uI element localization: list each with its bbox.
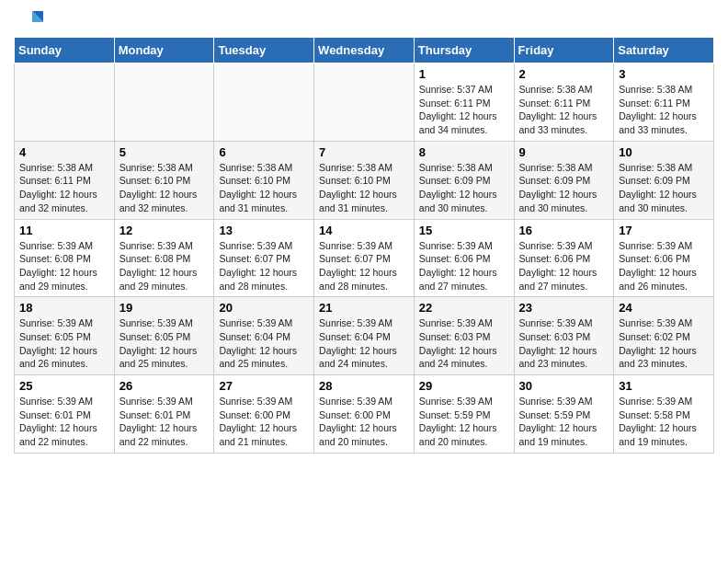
day-number: 21 <box>319 301 409 315</box>
day-number: 17 <box>619 224 709 237</box>
cell-content-line: Sunset: 6:07 PM <box>219 252 309 266</box>
calendar-cell: 2Sunrise: 5:38 AMSunset: 6:11 PMDaylight… <box>514 63 614 142</box>
header-wednesday: Wednesday <box>314 38 415 63</box>
calendar-cell: 18Sunrise: 5:39 AMSunset: 6:05 PMDayligh… <box>15 297 115 375</box>
cell-content-line: Sunset: 6:06 PM <box>619 252 709 266</box>
calendar-body: 1Sunrise: 5:37 AMSunset: 6:11 PMDaylight… <box>15 63 714 454</box>
header-tuesday: Tuesday <box>214 38 314 63</box>
cell-content-line: Daylight: 12 hours <box>419 188 509 201</box>
calendar-cell: 1Sunrise: 5:37 AMSunset: 6:11 PMDaylight… <box>414 63 514 142</box>
cell-content-line: Sunrise: 5:39 AM <box>319 239 409 253</box>
calendar-table: SundayMondayTuesdayWednesdayThursdayFrid… <box>14 37 714 454</box>
cell-content-line: and 25 minutes. <box>219 357 309 371</box>
header <box>14 9 714 29</box>
day-number: 31 <box>619 379 709 393</box>
cell-content-line: Sunrise: 5:39 AM <box>419 395 509 408</box>
calendar-cell: 3Sunrise: 5:38 AMSunset: 6:11 PMDaylight… <box>614 63 714 142</box>
cell-content-line: and 21 minutes. <box>219 435 309 449</box>
cell-content-line: and 19 minutes. <box>619 435 709 449</box>
cell-content-line: Daylight: 12 hours <box>219 344 309 358</box>
cell-content-line: Daylight: 12 hours <box>519 266 609 280</box>
cell-content-line: and 29 minutes. <box>19 280 109 293</box>
cell-content-line: and 19 minutes. <box>519 435 609 449</box>
calendar-cell: 31Sunrise: 5:39 AMSunset: 5:58 PMDayligh… <box>614 375 714 454</box>
day-number: 13 <box>219 224 309 237</box>
week-row-3: 11Sunrise: 5:39 AMSunset: 6:08 PMDayligh… <box>15 219 714 297</box>
cell-content-line: Sunset: 6:06 PM <box>519 252 609 266</box>
cell-content-line: Sunrise: 5:39 AM <box>119 395 210 408</box>
cell-content-line: Sunrise: 5:38 AM <box>19 161 109 175</box>
cell-content-line: Sunset: 6:10 PM <box>219 174 309 188</box>
header-saturday: Saturday <box>614 38 714 63</box>
calendar-cell: 29Sunrise: 5:39 AMSunset: 5:59 PMDayligh… <box>414 375 514 454</box>
cell-content-line: and 23 minutes. <box>619 357 709 371</box>
cell-content-line: Sunset: 6:11 PM <box>19 174 109 188</box>
calendar-cell: 21Sunrise: 5:39 AMSunset: 6:04 PMDayligh… <box>314 297 415 375</box>
calendar-cell: 15Sunrise: 5:39 AMSunset: 6:06 PMDayligh… <box>414 219 514 297</box>
day-number: 16 <box>519 224 609 237</box>
calendar-cell: 12Sunrise: 5:39 AMSunset: 6:08 PMDayligh… <box>114 219 214 297</box>
calendar-cell <box>15 63 115 142</box>
cell-content-line: Sunset: 6:09 PM <box>419 174 509 188</box>
cell-content-line: and 32 minutes. <box>19 201 109 215</box>
cell-content-line: and 24 minutes. <box>419 357 509 371</box>
cell-content-line: and 20 minutes. <box>419 435 509 449</box>
cell-content-line: and 22 minutes. <box>119 435 210 449</box>
cell-content-line: Sunrise: 5:39 AM <box>319 316 409 330</box>
cell-content-line: Daylight: 12 hours <box>419 109 509 123</box>
cell-content-line: and 34 minutes. <box>419 123 509 137</box>
day-number: 12 <box>119 224 210 237</box>
header-row: SundayMondayTuesdayWednesdayThursdayFrid… <box>15 38 714 63</box>
calendar-cell: 26Sunrise: 5:39 AMSunset: 6:01 PMDayligh… <box>114 375 214 454</box>
cell-content-line: Daylight: 12 hours <box>319 421 409 435</box>
header-thursday: Thursday <box>414 38 514 63</box>
week-row-5: 25Sunrise: 5:39 AMSunset: 6:01 PMDayligh… <box>15 375 714 454</box>
week-row-2: 4Sunrise: 5:38 AMSunset: 6:11 PMDaylight… <box>15 141 714 219</box>
cell-content-line: Daylight: 12 hours <box>219 421 309 435</box>
day-number: 7 <box>319 145 409 159</box>
cell-content-line: and 25 minutes. <box>119 357 210 371</box>
day-number: 27 <box>219 379 309 393</box>
calendar-cell: 14Sunrise: 5:39 AMSunset: 6:07 PMDayligh… <box>314 219 415 297</box>
calendar-cell: 8Sunrise: 5:38 AMSunset: 6:09 PMDaylight… <box>414 141 514 219</box>
header-friday: Friday <box>514 38 614 63</box>
cell-content-line: and 24 minutes. <box>319 357 409 371</box>
calendar-cell: 23Sunrise: 5:39 AMSunset: 6:03 PMDayligh… <box>514 297 614 375</box>
day-number: 29 <box>419 379 509 393</box>
cell-content-line: Sunset: 5:58 PM <box>619 408 709 422</box>
calendar-cell: 20Sunrise: 5:39 AMSunset: 6:04 PMDayligh… <box>214 297 314 375</box>
cell-content-line: Sunset: 5:59 PM <box>519 408 609 422</box>
cell-content-line: and 32 minutes. <box>119 201 210 215</box>
cell-content-line: Daylight: 12 hours <box>519 421 609 435</box>
cell-content-line: Daylight: 12 hours <box>619 344 709 358</box>
calendar-cell <box>314 63 415 142</box>
cell-content-line: Sunrise: 5:39 AM <box>619 239 709 253</box>
header-monday: Monday <box>114 38 214 63</box>
day-number: 25 <box>19 379 109 393</box>
day-number: 18 <box>19 301 109 315</box>
cell-content-line: Daylight: 12 hours <box>619 109 709 123</box>
day-number: 8 <box>419 145 509 159</box>
cell-content-line: Daylight: 12 hours <box>519 109 609 123</box>
cell-content-line: Sunset: 6:05 PM <box>119 330 210 344</box>
cell-content-line: and 27 minutes. <box>519 280 609 293</box>
cell-content-line: Sunrise: 5:38 AM <box>219 161 309 175</box>
cell-content-line: and 31 minutes. <box>319 201 409 215</box>
calendar-cell: 17Sunrise: 5:39 AMSunset: 6:06 PMDayligh… <box>614 219 714 297</box>
cell-content-line: and 26 minutes. <box>19 357 109 371</box>
cell-content-line: Sunset: 6:02 PM <box>619 330 709 344</box>
cell-content-line: Sunrise: 5:39 AM <box>119 316 210 330</box>
logo <box>14 9 47 29</box>
cell-content-line: and 28 minutes. <box>319 280 409 293</box>
cell-content-line: Sunset: 6:11 PM <box>419 97 509 110</box>
cell-content-line: Sunrise: 5:39 AM <box>19 395 109 408</box>
cell-content-line: Sunset: 6:11 PM <box>619 97 709 110</box>
cell-content-line: Sunrise: 5:38 AM <box>619 161 709 175</box>
cell-content-line: Sunrise: 5:38 AM <box>119 161 210 175</box>
day-number: 24 <box>619 301 709 315</box>
cell-content-line: Daylight: 12 hours <box>119 188 210 201</box>
cell-content-line: Sunrise: 5:39 AM <box>419 239 509 253</box>
cell-content-line: Sunrise: 5:39 AM <box>419 316 509 330</box>
calendar-cell: 19Sunrise: 5:39 AMSunset: 6:05 PMDayligh… <box>114 297 214 375</box>
calendar-cell <box>114 63 214 142</box>
